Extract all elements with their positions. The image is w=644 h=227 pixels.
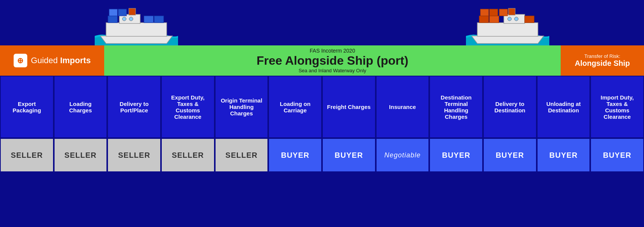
svg-rect-6 <box>108 16 117 23</box>
main-title: Free Alongside Ship (port) <box>256 54 408 68</box>
svg-rect-21 <box>480 9 489 16</box>
col-header-unloading-at-destination: Unloading at Destination <box>537 76 591 138</box>
col-header-destination-terminal: Destination Terminal Handling Charges <box>429 76 483 138</box>
brand-name-plain: Guided <box>31 56 58 65</box>
svg-rect-20 <box>525 16 534 23</box>
svg-rect-22 <box>489 9 498 16</box>
svg-rect-1 <box>106 23 167 36</box>
svg-point-16 <box>508 17 511 21</box>
svg-rect-19 <box>489 16 499 23</box>
value-cell-origin-terminal: SELLER <box>215 138 269 172</box>
header-row: ⊕ Guided Imports FAS Incoterm 2020 Free … <box>0 45 644 76</box>
col-header-import-duty: Import Duty, Taxes & Customs Clearance <box>590 76 644 138</box>
risk-label: Transfer of Risk: <box>585 53 621 59</box>
col-header-insurance: Insurance <box>376 76 430 138</box>
incoterm-label: FAS Incoterm 2020 <box>310 48 355 54</box>
col-header-origin-terminal: Origin Terminal Handling Charges <box>215 76 269 138</box>
brand-icon: ⊕ <box>14 54 27 67</box>
svg-point-5 <box>129 17 133 21</box>
col-header-export-packaging: Export Packaging <box>0 76 54 138</box>
value-cell-freight-charges: BUYER <box>322 138 376 172</box>
col-header-loading-charges: Loading Charges <box>54 76 108 138</box>
svg-rect-23 <box>499 9 508 16</box>
value-cell-import-duty: BUYER <box>590 138 644 172</box>
right-ship <box>466 4 549 45</box>
title-box: FAS Incoterm 2020 Free Alongside Ship (p… <box>104 45 561 76</box>
column-headers-row: Export PackagingLoading ChargesDelivery … <box>0 76 644 138</box>
value-cell-loading-charges: SELLER <box>54 138 108 172</box>
svg-rect-14 <box>504 14 525 23</box>
svg-marker-12 <box>472 36 544 44</box>
ships-container <box>0 0 644 45</box>
value-cell-loading-on-carriage: BUYER <box>268 138 322 172</box>
subtitle: Sea and Inland Waterway Only <box>299 68 366 73</box>
col-header-export-duty: Export Duty, Taxes & Customs Clearance <box>161 76 215 138</box>
value-cell-delivery-to-destination: BUYER <box>483 138 537 172</box>
col-header-loading-on-carriage: Loading on Carriage <box>268 76 322 138</box>
value-row: SELLERSELLERSELLERSELLERSELLERBUYERBUYER… <box>0 138 644 172</box>
svg-rect-10 <box>109 9 117 16</box>
col-header-freight-charges: Freight Charges <box>322 76 376 138</box>
risk-box: Transfer of Risk: Alongside Ship <box>561 45 644 76</box>
svg-rect-2 <box>119 14 140 23</box>
value-cell-insurance: Negotiable <box>376 138 430 172</box>
svg-rect-18 <box>479 16 489 23</box>
value-cell-export-duty: SELLER <box>161 138 215 172</box>
col-header-delivery-to-destination: Delivery to Destination <box>483 76 537 138</box>
value-cell-delivery-to-port: SELLER <box>107 138 161 172</box>
risk-value: Alongside Ship <box>575 59 630 68</box>
brand-box: ⊕ Guided Imports <box>0 45 104 76</box>
svg-rect-13 <box>477 23 538 36</box>
left-ship <box>95 4 178 45</box>
svg-rect-8 <box>144 16 153 23</box>
svg-rect-11 <box>118 9 127 16</box>
svg-rect-3 <box>129 8 136 15</box>
svg-point-4 <box>122 17 126 21</box>
svg-rect-9 <box>154 16 164 23</box>
col-header-delivery-to-port: Delivery to Port/Place <box>107 76 161 138</box>
svg-marker-0 <box>100 36 172 44</box>
value-cell-export-packaging: SELLER <box>0 138 54 172</box>
value-cell-destination-terminal: BUYER <box>429 138 483 172</box>
value-cell-unloading-at-destination: BUYER <box>537 138 591 172</box>
brand-name-bold: Imports <box>60 56 91 65</box>
svg-point-17 <box>514 17 518 21</box>
brand-name: Guided Imports <box>31 56 91 65</box>
svg-rect-15 <box>508 8 515 15</box>
